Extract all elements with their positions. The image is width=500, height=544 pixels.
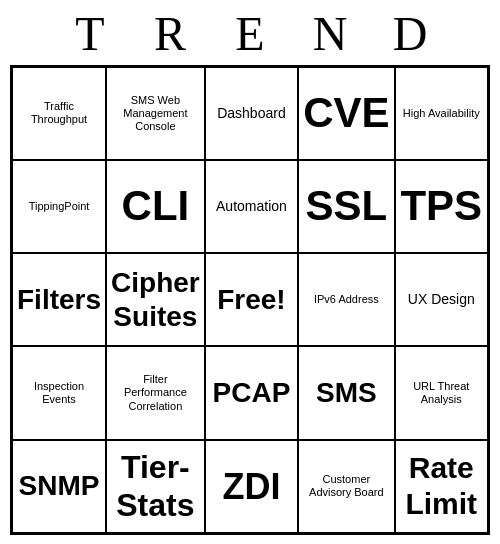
- cell-18[interactable]: SMS: [298, 346, 394, 439]
- cell-19[interactable]: URL Threat Analysis: [395, 346, 488, 439]
- cell-15[interactable]: Inspection Events: [12, 346, 106, 439]
- cell-24[interactable]: Rate Limit: [395, 440, 488, 533]
- cell-4[interactable]: High Availability: [395, 67, 488, 160]
- title-letter-e: E: [210, 8, 290, 61]
- title-letter-n: N: [290, 8, 370, 61]
- cell-16[interactable]: Filter Performance Correlation: [106, 346, 205, 439]
- title-letter-r: R: [130, 8, 210, 61]
- cell-2[interactable]: Dashboard: [205, 67, 298, 160]
- cell-13[interactable]: IPv6 Address: [298, 253, 394, 346]
- cell-17[interactable]: PCAP: [205, 346, 298, 439]
- title-letter-t: T: [50, 8, 130, 61]
- cell-11[interactable]: Cipher Suites: [106, 253, 205, 346]
- cell-0[interactable]: Traffic Throughput: [12, 67, 106, 160]
- title-letter-d: D: [370, 8, 450, 61]
- cell-5[interactable]: TippingPoint: [12, 160, 106, 253]
- title-row: T R E N D: [8, 8, 492, 61]
- cell-23[interactable]: Customer Advisory Board: [298, 440, 394, 533]
- cell-14[interactable]: UX Design: [395, 253, 488, 346]
- cell-3[interactable]: CVE: [298, 67, 394, 160]
- cell-20[interactable]: SNMP: [12, 440, 106, 533]
- cell-1[interactable]: SMS Web Management Console: [106, 67, 205, 160]
- cell-9[interactable]: TPS: [395, 160, 488, 253]
- cell-8[interactable]: SSL: [298, 160, 394, 253]
- cell-6[interactable]: CLI: [106, 160, 205, 253]
- cell-21[interactable]: Tier-Stats: [106, 440, 205, 533]
- bingo-grid: Traffic Throughput SMS Web Management Co…: [10, 65, 490, 535]
- cell-12[interactable]: Free!: [205, 253, 298, 346]
- cell-7[interactable]: Automation: [205, 160, 298, 253]
- cell-22[interactable]: ZDI: [205, 440, 298, 533]
- cell-10[interactable]: Filters: [12, 253, 106, 346]
